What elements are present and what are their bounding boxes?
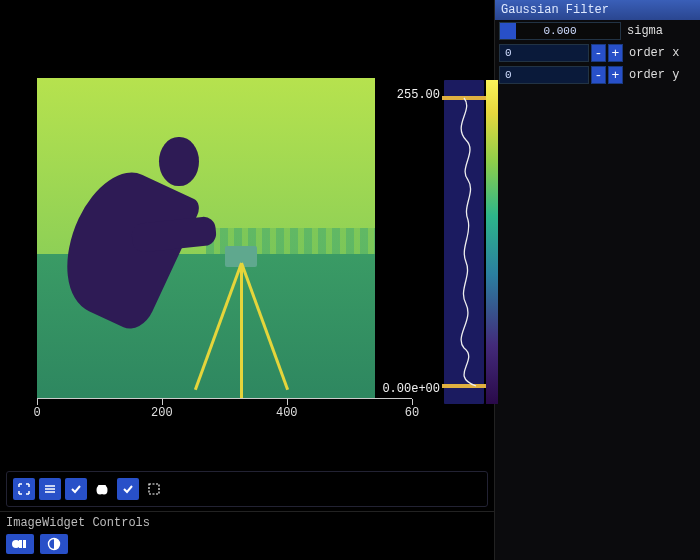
order-x-input[interactable]: 0 <box>499 44 589 62</box>
order-y-decrement[interactable]: - <box>591 66 606 84</box>
plot-area: 0 200 400 60 255.00 0.00e+00 <box>10 10 484 467</box>
center-button[interactable] <box>39 478 61 500</box>
check-button-2[interactable] <box>117 478 139 500</box>
order-x-label: order x <box>625 46 679 60</box>
x-tick-label: 60 <box>405 406 419 420</box>
check-button-1[interactable] <box>65 478 87 500</box>
order-y-label: order y <box>625 68 679 82</box>
svg-rect-2 <box>98 485 106 487</box>
colorbar[interactable] <box>486 80 498 404</box>
hist-min-label: 0.00e+00 <box>382 382 440 396</box>
order-x-increment[interactable]: + <box>608 44 623 62</box>
x-tick-label: 400 <box>276 406 298 420</box>
footer-controls: ImageWidget Controls <box>0 511 494 560</box>
hist-max-label: 255.00 <box>397 88 440 102</box>
image-viewer[interactable]: 0 200 400 60 255.00 0.00e+00 <box>0 0 494 467</box>
sigma-label: sigma <box>623 24 663 38</box>
colormap-button[interactable] <box>6 534 34 554</box>
svg-point-4 <box>12 540 20 548</box>
svg-rect-6 <box>23 540 26 548</box>
footer-title: ImageWidget Controls <box>6 516 488 530</box>
param-row-order-x: 0 - + order x <box>495 42 700 64</box>
image-display[interactable] <box>37 78 375 398</box>
x-axis: 0 200 400 60 <box>37 398 412 428</box>
hist-curve <box>444 80 484 404</box>
order-x-decrement[interactable]: - <box>591 44 606 62</box>
image-subject <box>71 132 223 340</box>
order-y-value: 0 <box>505 69 512 81</box>
param-row-order-y: 0 - + order y <box>495 64 700 86</box>
sigma-slider[interactable]: 0.000 <box>499 22 621 40</box>
left-panel: 0 200 400 60 255.00 0.00e+00 <box>0 0 494 560</box>
svg-rect-3 <box>149 484 159 494</box>
panel-title: Gaussian Filter <box>495 0 700 20</box>
x-tick-label: 0 <box>33 406 40 420</box>
param-row-sigma: 0.000 sigma <box>495 20 700 42</box>
histogram[interactable]: 255.00 0.00e+00 <box>444 80 484 404</box>
x-tick-label: 200 <box>151 406 173 420</box>
viewer-toolbar <box>6 471 488 507</box>
order-x-value: 0 <box>505 47 512 59</box>
parameter-panel: Gaussian Filter 0.000 sigma 0 - + order … <box>494 0 700 560</box>
svg-rect-5 <box>19 540 22 548</box>
sigma-value: 0.000 <box>500 23 620 39</box>
pan-mode-button[interactable] <box>91 478 113 500</box>
autoscale-button[interactable] <box>13 478 35 500</box>
app-root: 0 200 400 60 255.00 0.00e+00 <box>0 0 700 560</box>
order-y-input[interactable]: 0 <box>499 66 589 84</box>
contrast-button[interactable] <box>40 534 68 554</box>
order-y-increment[interactable]: + <box>608 66 623 84</box>
selection-mode-button[interactable] <box>143 478 165 500</box>
